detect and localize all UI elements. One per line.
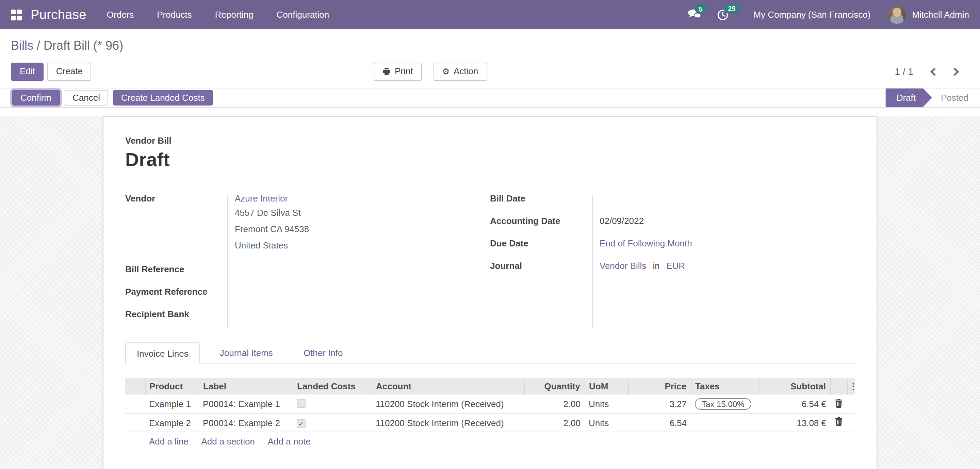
taxes-column-header[interactable]: Taxes: [691, 378, 759, 394]
account-cell: 110200 Stock Interim (Received): [372, 394, 524, 413]
journal-row: Journal Vendor Bills in EUR: [490, 261, 830, 273]
optional-columns-toggle[interactable]: ⋮: [847, 378, 855, 394]
apps-menu-button[interactable]: [11, 9, 22, 20]
landed-costs-checkbox: ✓: [297, 419, 305, 428]
menu-configuration[interactable]: Configuration: [277, 10, 329, 20]
invoice-lines-table: Product Label Landed Costs Account Quant…: [125, 378, 855, 451]
bill-reference-row: Bill Reference: [125, 264, 490, 277]
breadcrumb-separator: /: [33, 39, 43, 52]
invoice-line-row-1[interactable]: Example 1 P00014: Example 1 110200 Stock…: [125, 394, 855, 413]
add-a-note-link[interactable]: Add a note: [268, 436, 311, 447]
invoice-line-row-2[interactable]: Example 2 P00014: Example 2 ✓ 110200 Sto…: [125, 413, 855, 432]
menu-reporting[interactable]: Reporting: [215, 10, 253, 20]
print-button[interactable]: Print: [374, 62, 422, 81]
product-column-header[interactable]: Product: [145, 378, 199, 394]
vendor-row: Vendor Azure Interior 4557 De Silva St F…: [125, 193, 490, 253]
tax-badge: Tax 15.00%: [695, 398, 751, 410]
uom-cell: Units: [585, 394, 628, 413]
bill-date-value: [592, 193, 600, 206]
account-column-header[interactable]: Account: [372, 378, 524, 394]
breadcrumb-bills-link[interactable]: Bills: [11, 39, 33, 52]
messages-badge: 5: [695, 4, 706, 14]
apps-grid-icon: [11, 9, 22, 20]
action-button[interactable]: ⚙ Action: [433, 62, 487, 81]
due-date-label: Due Date: [490, 238, 592, 251]
add-a-section-link[interactable]: Add a section: [201, 436, 255, 447]
journal-link[interactable]: Vendor Bills: [600, 261, 646, 271]
field-separator-line: [227, 195, 228, 329]
due-date-link[interactable]: End of Following Month: [600, 238, 692, 248]
user-name: Mitchell Admin: [912, 10, 969, 20]
create-landed-costs-button[interactable]: Create Landed Costs: [113, 90, 213, 105]
activities-button[interactable]: 29: [717, 8, 729, 21]
uom-column-header[interactable]: UoM: [585, 378, 628, 394]
quantity-column-header[interactable]: Quantity: [524, 378, 585, 394]
menu-products[interactable]: Products: [157, 10, 192, 20]
accounting-date-label: Accounting Date: [490, 216, 592, 229]
bill-date-label: Bill Date: [490, 193, 592, 206]
row-handle: [125, 394, 145, 413]
user-menu[interactable]: Mitchell Admin: [888, 6, 969, 24]
subtotal-cell: 13.08 €: [759, 413, 830, 432]
stage-draft[interactable]: Draft: [886, 89, 932, 107]
gear-icon: ⚙: [442, 67, 450, 76]
company-switcher[interactable]: My Company (San Francisco): [753, 10, 870, 20]
payment-reference-value: [227, 286, 235, 299]
payment-reference-row: Payment Reference: [125, 286, 490, 299]
messages-button[interactable]: 5: [687, 9, 702, 21]
landed-costs-column-header[interactable]: Landed Costs: [293, 378, 372, 394]
confirm-button[interactable]: Confirm: [12, 90, 60, 105]
stage-posted[interactable]: Posted: [932, 89, 980, 107]
subtotal-cell: 6.54 €: [759, 394, 830, 413]
notebook: Invoice Lines Journal Items Other Info P…: [125, 342, 855, 451]
price-column-header[interactable]: Price: [628, 378, 691, 394]
navbar-right: 5 29 My Company (San Francisco) Mitchell…: [687, 6, 969, 24]
menu-orders[interactable]: Orders: [107, 10, 134, 20]
tabs: Invoice Lines Journal Items Other Info: [125, 342, 855, 364]
sheet: Vendor Bill Draft Vendor Azure Interior …: [103, 116, 877, 469]
activities-badge: 29: [724, 4, 739, 13]
accounting-date-value: 02/09/2022: [592, 216, 644, 229]
delete-line-button[interactable]: [835, 417, 843, 426]
label-column-header[interactable]: Label: [199, 378, 293, 394]
delete-line-button[interactable]: [835, 399, 843, 407]
vendor-link[interactable]: Azure Interior: [235, 193, 309, 203]
app-brand[interactable]: Purchase: [30, 7, 86, 22]
cancel-button[interactable]: Cancel: [64, 90, 108, 105]
pager-next-button[interactable]: [953, 67, 959, 76]
label-cell: P00014: Example 2: [199, 413, 293, 432]
field-groups: Vendor Azure Interior 4557 De Silva St F…: [125, 193, 855, 332]
accounting-date-row: Accounting Date 02/09/2022: [490, 216, 830, 229]
due-date-row: Due Date End of Following Month: [490, 238, 830, 251]
payment-reference-label: Payment Reference: [125, 286, 227, 299]
stage-widget: Draft Posted: [886, 89, 980, 107]
statusbar-buttons: Confirm Cancel Create Landed Costs: [12, 90, 213, 105]
currency-link[interactable]: EUR: [666, 261, 685, 271]
add-a-line-link[interactable]: Add a line: [149, 436, 189, 447]
tab-invoice-lines[interactable]: Invoice Lines: [125, 342, 200, 364]
vendor-label: Vendor: [125, 193, 227, 253]
pager-previous-button[interactable]: [930, 67, 937, 76]
journal-label: Journal: [490, 261, 592, 273]
subtotal-column-header[interactable]: Subtotal: [759, 378, 830, 394]
bill-reference-value: [227, 264, 235, 277]
tab-journal-items[interactable]: Journal Items: [209, 342, 284, 364]
right-field-group: Bill Date Accounting Date 02/09/2022 Due…: [490, 193, 830, 332]
top-navbar: Purchase Orders Products Reporting Confi…: [0, 0, 980, 29]
left-buttons: Edit Create: [11, 62, 92, 81]
left-field-group: Vendor Azure Interior 4557 De Silva St F…: [125, 193, 490, 332]
breadcrumb-current: Draft Bill (* 96): [43, 39, 123, 52]
table-footer-links: Add a line Add a section Add a note: [125, 432, 855, 451]
pager-value: 1 / 1: [895, 66, 914, 77]
breadcrumb: Bills / Draft Bill (* 96): [11, 39, 969, 53]
center-buttons: Print ⚙ Action: [374, 62, 487, 81]
edit-button[interactable]: Edit: [11, 62, 44, 81]
row-handle: [125, 413, 145, 432]
doc-state-title: Draft: [125, 149, 855, 171]
quantity-cell: 2.00: [524, 394, 585, 413]
account-cell: 110200 Stock Interim (Received): [372, 413, 524, 432]
create-button[interactable]: Create: [47, 62, 92, 81]
printer-icon: [382, 67, 391, 76]
tab-other-info[interactable]: Other Info: [293, 342, 354, 364]
avatar: [888, 6, 906, 24]
